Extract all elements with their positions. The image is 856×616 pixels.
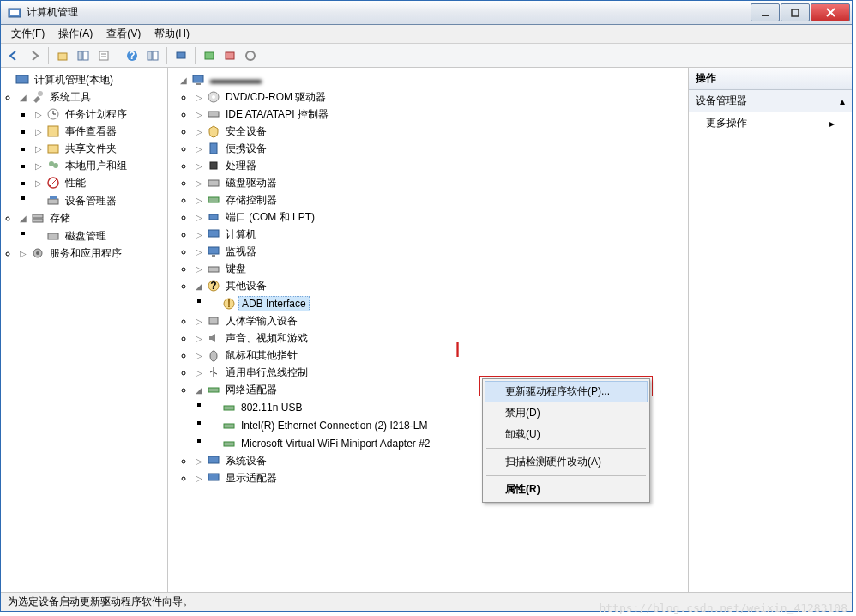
tree-shared-folders[interactable]: ▷共享文件夹 — [33, 140, 166, 157]
svg-rect-34 — [33, 219, 43, 222]
expand-icon[interactable]: ▷ — [194, 230, 204, 239]
device-category[interactable]: ▷端口 (COM 和 LPT) — [194, 208, 686, 226]
expand-icon[interactable]: ▷ — [194, 196, 204, 205]
device-category[interactable]: ▷监视器 — [194, 243, 686, 260]
expand-icon[interactable]: ▷ — [33, 110, 44, 119]
svg-rect-17 — [205, 52, 214, 59]
expand-icon[interactable]: ▷ — [194, 93, 204, 102]
collapse-icon[interactable]: ◢ — [194, 385, 204, 395]
storage-icon — [31, 211, 45, 225]
menu-properties[interactable]: 属性(R) — [485, 479, 648, 500]
device-category[interactable]: ▷DVD/CD-ROM 驱动器 — [194, 88, 686, 106]
device-category[interactable]: ▷计算机 — [194, 226, 686, 243]
show-hide-tree-button[interactable] — [74, 46, 93, 65]
expand-icon[interactable]: ▷ — [33, 127, 44, 136]
tree-local-users[interactable]: ▷本地用户和组 — [33, 157, 166, 174]
toolbar-separator — [118, 47, 118, 64]
device-tree-pane[interactable]: ◢▬▬▬▬▬ ▷DVD/CD-ROM 驱动器 ▷IDE ATA/ATAPI 控制… — [168, 68, 689, 592]
minimize-button[interactable] — [751, 3, 780, 21]
expand-icon[interactable]: ▷ — [33, 178, 44, 188]
disk-icon — [46, 229, 60, 243]
disable-button[interactable] — [241, 46, 260, 65]
properties-button[interactable] — [94, 46, 113, 65]
expand-icon[interactable]: ▷ — [194, 178, 204, 188]
menu-action[interactable]: 操作(A) — [51, 24, 99, 44]
device-category[interactable]: ▷处理器 — [194, 157, 686, 174]
svg-rect-63 — [208, 474, 219, 480]
up-button[interactable] — [53, 46, 72, 65]
collapse-icon[interactable]: ◢ — [18, 214, 28, 223]
collapse-icon[interactable]: ▴ — [840, 95, 845, 107]
device-category[interactable]: ▷鼠标和其他指针 — [194, 347, 686, 364]
perf-icon — [46, 176, 60, 190]
expand-icon[interactable]: ▷ — [194, 127, 204, 136]
expand-icon[interactable]: ▷ — [194, 213, 204, 222]
device-category[interactable]: ▷安全设备 — [194, 123, 686, 140]
tree-services[interactable]: ▷服务和应用程序 — [18, 245, 166, 262]
collapse-icon[interactable]: ◢ — [194, 281, 204, 291]
disk-drive-icon — [207, 176, 220, 190]
help-button[interactable]: ? — [123, 46, 142, 65]
tree-device-manager[interactable]: 设备管理器 — [33, 192, 166, 209]
device-root[interactable]: ◢▬▬▬▬▬ — [178, 71, 686, 88]
users-icon — [46, 159, 60, 172]
device-category[interactable]: ▷键盘 — [194, 260, 686, 277]
close-button[interactable] — [811, 3, 850, 21]
expand-icon[interactable]: ▷ — [194, 110, 204, 119]
menu-view[interactable]: 查看(V) — [99, 24, 148, 44]
maximize-button[interactable] — [781, 3, 810, 21]
device-category[interactable]: ▷声音、视频和游戏 — [194, 329, 686, 347]
tree-performance[interactable]: ▷性能 — [33, 174, 166, 191]
device-category[interactable]: ▷存储控制器 — [194, 191, 686, 208]
tree-root[interactable]: 计算机管理(本地) — [3, 71, 166, 88]
expand-icon[interactable]: ▷ — [194, 161, 204, 171]
console-tree-pane[interactable]: 计算机管理(本地) ◢系统工具 ▷任务计划程序 ▷事件查看器 ▷共享文件夹 ▷本… — [1, 68, 168, 592]
statusbar: 为选定设备启动更新驱动程序软件向导。 — [1, 592, 852, 611]
expand-icon[interactable]: ▷ — [194, 264, 204, 274]
body: 计算机管理(本地) ◢系统工具 ▷任务计划程序 ▷事件查看器 ▷共享文件夹 ▷本… — [1, 68, 852, 592]
tree-event-viewer[interactable]: ▷事件查看器 — [33, 123, 166, 140]
expand-icon[interactable]: ▷ — [194, 317, 204, 326]
device-category[interactable]: ▷磁盘驱动器 — [194, 174, 686, 191]
tree-storage[interactable]: ◢存储 — [18, 209, 166, 226]
expand-icon[interactable]: ▷ — [18, 249, 28, 258]
expand-icon[interactable]: ▷ — [194, 351, 204, 360]
expand-icon[interactable]: ▷ — [194, 474, 204, 483]
tree-disk-mgmt[interactable]: 磁盘管理 — [33, 227, 166, 245]
update-driver-button[interactable] — [200, 46, 219, 65]
actions-more[interactable]: 更多操作 ▸ — [689, 112, 852, 134]
expand-icon[interactable]: ▷ — [194, 144, 204, 154]
actions-section[interactable]: 设备管理器 ▴ — [689, 90, 852, 112]
expand-icon[interactable]: ▷ — [194, 334, 204, 343]
mouse-icon — [207, 348, 220, 362]
status-text: 为选定设备启动更新驱动程序软件向导。 — [8, 595, 193, 609]
collapse-icon[interactable]: ◢ — [18, 93, 28, 102]
menu-scan-hardware[interactable]: 扫描检测硬件改动(A) — [485, 451, 648, 473]
device-category[interactable]: ▷便携设备 — [194, 140, 686, 157]
action-button[interactable] — [143, 46, 162, 65]
menu-update-driver[interactable]: 更新驱动程序软件(P)... — [485, 381, 648, 402]
titlebar[interactable]: 计算机管理 — [1, 1, 852, 25]
expand-icon[interactable]: ▷ — [33, 144, 44, 154]
svg-rect-1 — [10, 10, 19, 15]
device-category[interactable]: ▷IDE ATA/ATAPI 控制器 — [194, 106, 686, 123]
device-category-other[interactable]: ◢?其他设备 — [194, 277, 686, 294]
device-adb-interface[interactable]: !ADB Interface — [209, 295, 686, 312]
svg-rect-46 — [208, 197, 219, 202]
menu-disable[interactable]: 禁用(D) — [485, 402, 648, 424]
menu-help[interactable]: 帮助(H) — [148, 24, 196, 44]
tree-system-tools[interactable]: ◢系统工具 — [18, 88, 166, 106]
expand-icon[interactable]: ▷ — [194, 368, 204, 377]
expand-icon[interactable]: ▷ — [194, 247, 204, 257]
device-category[interactable]: ▷人体学输入设备 — [194, 312, 686, 329]
scan-button[interactable] — [172, 46, 190, 65]
menu-file[interactable]: 文件(F) — [4, 24, 51, 44]
uninstall-button[interactable] — [220, 46, 239, 65]
expand-icon[interactable]: ▷ — [194, 456, 204, 466]
forward-button[interactable] — [25, 46, 44, 65]
back-button[interactable] — [4, 46, 23, 65]
tree-task-scheduler[interactable]: ▷任务计划程序 — [33, 106, 166, 123]
menu-uninstall[interactable]: 卸载(U) — [485, 424, 648, 445]
collapse-icon[interactable]: ◢ — [178, 75, 189, 85]
expand-icon[interactable]: ▷ — [33, 161, 44, 171]
